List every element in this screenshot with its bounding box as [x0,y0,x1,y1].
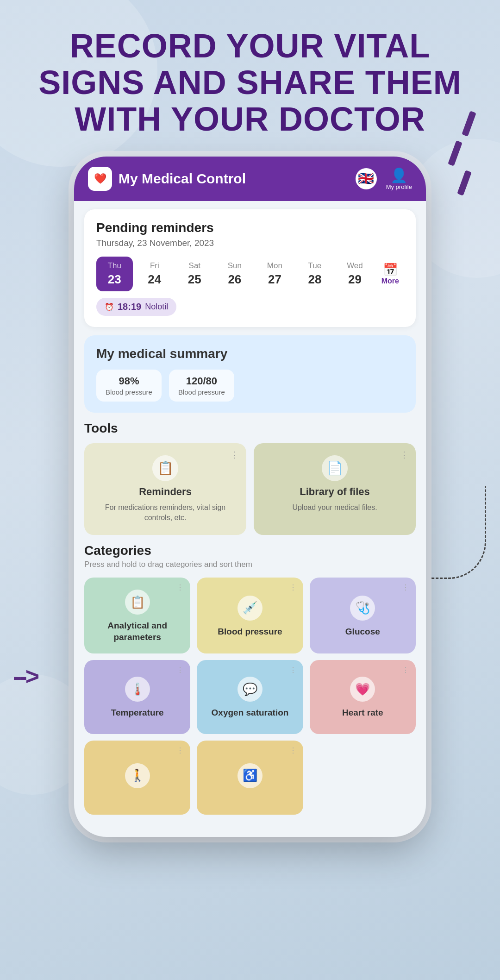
cal-day-name: Sun [228,261,242,270]
category-card-6[interactable]: ⋮ 🚶 [84,741,190,815]
med-metrics-row: 98% Blood pressure 120/80 Blood pressure [96,370,404,402]
category-card-0[interactable]: ⋮ 📋 Analytical and parameters [84,578,190,653]
app-title: My Medical Control [119,171,246,187]
tool-desc: Upload your medical files. [292,503,377,513]
cat-icon: 💗 [350,677,375,702]
profile-label: My profile [386,183,412,190]
cal-day-num: 26 [228,272,241,287]
cal-day-num: 27 [268,272,281,287]
reminder-name: Nolotil [145,302,168,312]
calendar-day-28[interactable]: Tue 28 [297,257,333,291]
categories-subtitle: Press and hold to drag categories and so… [84,560,416,569]
calendar-day-23[interactable]: Thu 23 [96,257,133,291]
app-logo: ❤️ [88,167,112,191]
cal-day-num: 28 [308,272,321,287]
reminder-pill[interactable]: ⏰ 18:19 Nolotil [96,298,176,316]
medical-summary-title: My medical summary [96,346,404,361]
hero-text: RECORD YOUR VITAL SIGNS AND SHARE THEM W… [0,0,500,157]
cal-day-name: Wed [347,261,363,270]
tool-name: Library of files [300,486,370,498]
more-label: More [381,277,399,285]
med-metric-1: 120/80 Blood pressure [169,370,234,402]
cat-dots: ⋮ [289,583,297,592]
cal-day-num: 29 [348,272,362,287]
cat-dots: ⋮ [289,746,297,755]
calendar-day-25[interactable]: Sat 25 [176,257,213,291]
medical-summary-section: My medical summary 98% Blood pressure 12… [84,335,416,413]
category-card-4[interactable]: ⋮ 💬 Oxygen saturation [197,660,303,734]
cat-dots: ⋮ [289,666,297,674]
tool-icon: 📄 [322,455,348,481]
cat-icon: 🚶 [125,763,150,788]
tool-name: Reminders [139,486,192,498]
tools-title: Tools [84,421,416,436]
app-header: ❤️ My Medical Control 🇬🇧 👤 My profile [74,157,426,201]
calendar-day-29[interactable]: Wed 29 [337,257,373,291]
reminder-time: 18:19 [118,302,141,312]
cat-name: Temperature [111,707,164,719]
cat-icon: ♿ [238,763,262,788]
tool-card-1[interactable]: ⋮ 📄 Library of files Upload your medical… [254,443,416,535]
cat-dots: ⋮ [176,666,184,674]
phone-frame: ❤️ My Medical Control 🇬🇧 👤 My profile Pe… [74,157,426,837]
tool-dots: ⋮ [400,450,408,460]
cat-icon: 🩺 [350,596,375,621]
app-header-right: 🇬🇧 👤 My profile [356,167,412,190]
cal-day-name: Thu [108,261,121,270]
cal-day-name: Sat [189,261,201,270]
calendar-day-26[interactable]: Sun 26 [217,257,253,291]
calendar-row: Thu 23 Fri 24 Sat 25 Sun 26 Mon 27 Tue 2… [96,257,404,291]
tool-card-0[interactable]: ⋮ 📋 Reminders For medications reminders,… [84,443,246,535]
calendar-day-24[interactable]: Fri 24 [137,257,173,291]
cat-dots: ⋮ [176,746,184,755]
app-logo-icon: ❤️ [94,173,106,185]
cal-day-num: 23 [108,272,121,287]
cal-day-name: Tue [308,261,322,270]
metric-label: Blood pressure [106,388,152,396]
tool-icon: 📋 [152,455,178,481]
cat-icon: 💉 [238,596,262,621]
category-card-3[interactable]: ⋮ 🌡️ Temperature [84,660,190,734]
cal-day-num: 24 [148,272,161,287]
categories-grid: ⋮ 📋 Analytical and parameters ⋮ 💉 Blood … [84,578,416,814]
tools-grid: ⋮ 📋 Reminders For medications reminders,… [84,443,416,535]
category-card-5[interactable]: ⋮ 💗 Heart rate [310,660,416,734]
cat-name: Blood pressure [218,626,282,638]
category-card-2[interactable]: ⋮ 🩺 Glucose [310,578,416,653]
reminders-section: Pending reminders Thursday, 23 November,… [84,209,416,327]
calendar-icon: 📅 [383,263,398,277]
metric-value: 120/80 [178,375,225,387]
app-header-left: ❤️ My Medical Control [88,167,246,191]
phone-wrapper: ❤️ My Medical Control 🇬🇧 👤 My profile Pe… [0,157,500,865]
cat-dots: ⋮ [176,583,184,592]
calendar-day-27[interactable]: Mon 27 [256,257,293,291]
reminders-date: Thursday, 23 November, 2023 [96,238,404,248]
cat-dots: ⋮ [402,666,409,674]
cal-day-name: Fri [150,261,159,270]
cat-dots: ⋮ [402,583,409,592]
profile-icon-glyph: 👤 [390,167,407,183]
categories-title: Categories [84,543,416,558]
metric-label: Blood pressure [178,388,225,396]
cal-day-num: 25 [188,272,201,287]
cat-name: Oxygen saturation [212,707,289,719]
category-card-1[interactable]: ⋮ 💉 Blood pressure [197,578,303,653]
categories-section: Categories Press and hold to drag catego… [84,543,416,814]
alarm-icon: ⏰ [105,302,114,311]
tools-section: Tools ⋮ 📋 Reminders For medications remi… [84,421,416,535]
cal-day-name: Mon [267,261,282,270]
reminders-title: Pending reminders [96,220,404,235]
cat-name: Glucose [345,626,380,638]
cat-name: Analytical and parameters [91,620,184,643]
cat-icon: 🌡️ [125,677,150,702]
metric-value: 98% [106,375,152,387]
calendar-more-button[interactable]: 📅 More [377,257,404,291]
tool-dots: ⋮ [231,450,239,460]
cat-name: Heart rate [342,707,383,719]
tool-desc: For medications reminders, vital sign co… [94,503,237,523]
med-metric-0: 98% Blood pressure [96,370,162,402]
flag-icon[interactable]: 🇬🇧 [356,168,377,189]
category-card-7[interactable]: ⋮ ♿ [197,741,303,815]
cat-icon: 💬 [238,677,262,702]
profile-button[interactable]: 👤 My profile [386,167,412,190]
